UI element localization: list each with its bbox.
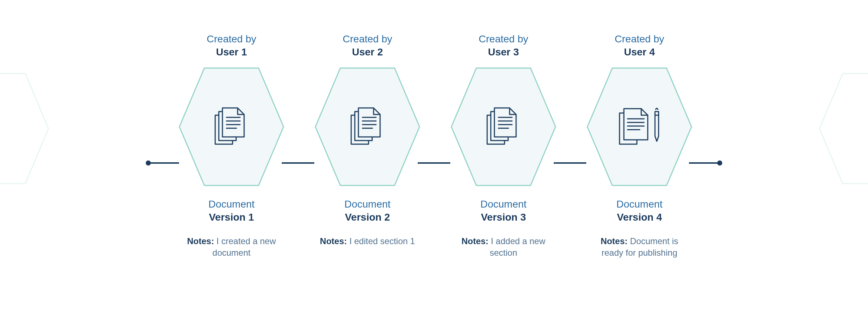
created-by-label: Created by User 1 <box>177 33 286 58</box>
notes-label: Notes: <box>461 236 489 246</box>
document-version-label: Document Version 3 <box>449 198 558 223</box>
created-by-label: Created by User 4 <box>585 33 694 58</box>
notes-text: I edited section 1 <box>349 236 415 246</box>
version-node: Created by User 1 Documen <box>177 33 286 259</box>
document-stack-icon <box>484 105 523 149</box>
notes-text: I created a new document <box>212 236 276 258</box>
document-text: Document <box>585 198 694 210</box>
user-name: User 3 <box>449 46 558 58</box>
user-name: User 4 <box>585 46 694 58</box>
notes-label: Notes: <box>187 236 214 246</box>
version-text: Version 4 <box>585 212 694 223</box>
document-version-label: Document Version 1 <box>177 198 286 223</box>
hexagon <box>449 65 558 188</box>
version-node: Created by User 3 Documen <box>449 33 558 259</box>
version-notes: Notes: I edited section 1 <box>313 235 422 247</box>
ghost-hexagon-left <box>0 71 51 187</box>
version-text: Version 1 <box>177 212 286 223</box>
timeline-segment <box>418 162 450 164</box>
user-name: User 2 <box>313 46 422 58</box>
version-notes: Notes: I added a new section <box>449 235 558 259</box>
notes-label: Notes: <box>320 236 347 246</box>
version-text: Version 3 <box>449 212 558 223</box>
hexagon <box>313 65 422 188</box>
timeline-end-dot <box>717 160 722 166</box>
version-text: Version 2 <box>313 212 422 223</box>
notes-label: Notes: <box>601 236 628 246</box>
hexagon <box>585 65 694 188</box>
ghost-hexagon-right <box>817 71 868 187</box>
document-text: Document <box>177 198 286 210</box>
document-text: Document <box>449 198 558 210</box>
timeline-segment <box>148 162 179 164</box>
document-pen-icon <box>616 105 663 149</box>
notes-text: I added a new section <box>490 236 545 258</box>
version-node: Created by User 2 Documen <box>313 33 422 247</box>
document-stack-icon <box>348 105 387 149</box>
created-by-text: Created by <box>449 33 558 45</box>
created-by-label: Created by User 2 <box>313 33 422 58</box>
version-timeline-diagram: Created by User 1 Documen <box>0 0 868 326</box>
version-notes: Notes: I created a new document <box>177 235 286 259</box>
created-by-text: Created by <box>313 33 422 45</box>
document-text: Document <box>313 198 422 210</box>
version-notes: Notes: Document is ready for publishing <box>585 235 694 259</box>
created-by-label: Created by User 3 <box>449 33 558 58</box>
timeline-segment <box>282 162 314 164</box>
created-by-text: Created by <box>585 33 694 45</box>
created-by-text: Created by <box>177 33 286 45</box>
hexagon <box>177 65 286 188</box>
document-stack-icon <box>212 105 251 149</box>
timeline-segment <box>554 162 586 164</box>
version-node: Created by User 4 <box>585 33 694 259</box>
user-name: User 1 <box>177 46 286 58</box>
document-version-label: Document Version 2 <box>313 198 422 223</box>
document-version-label: Document Version 4 <box>585 198 694 223</box>
